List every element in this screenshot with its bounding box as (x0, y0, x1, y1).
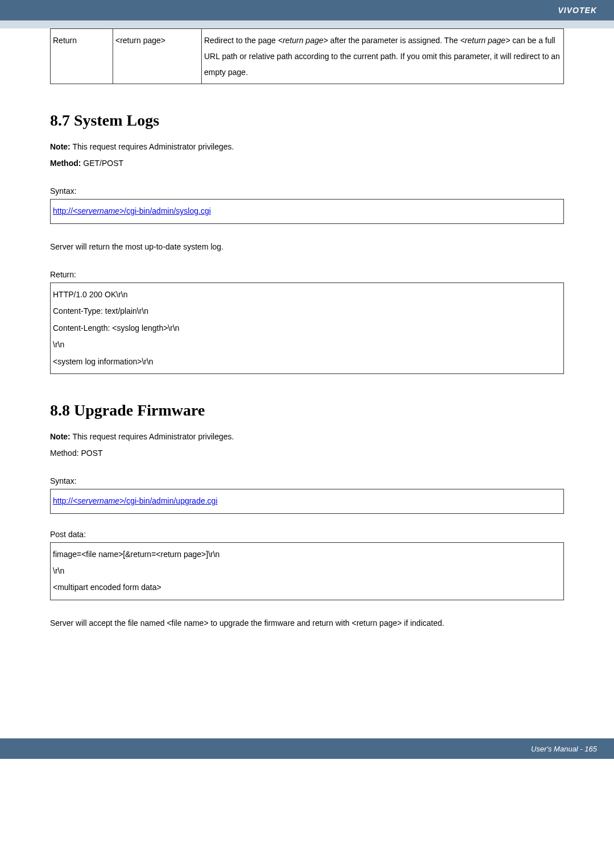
url-servername: <servername> (73, 206, 124, 215)
code-line: Content-Type: text/plain\r\n (53, 303, 561, 319)
syntax-label: Syntax: (50, 186, 564, 196)
text: Redirect to the page (204, 36, 278, 45)
note-text: This request requires Administrator priv… (70, 142, 234, 151)
footer-bar: User's Manual - 165 (0, 738, 614, 759)
code-line: fimage=<file name>[&return=<return page>… (53, 546, 561, 563)
url-part: http:// (53, 496, 73, 505)
url-servername: <servername> (73, 496, 124, 505)
syntax-url[interactable]: http://<servername>/cgi-bin/admin/upgrad… (53, 496, 218, 505)
page-content: Return <return page> Redirect to the pag… (0, 28, 614, 630)
desc-text: Server will accept the file named <file … (50, 616, 564, 630)
method-label: Method: (50, 159, 81, 168)
text: after the parameter is assigned. The (328, 36, 460, 45)
method-line: Method: GET/POST (50, 156, 564, 171)
method-text: GET/POST (81, 159, 123, 168)
syntax-label: Syntax: (50, 476, 564, 485)
postdata-label: Post data: (50, 530, 564, 539)
note-line: Note: This request requires Administrato… (50, 430, 564, 444)
return-label: Return: (50, 270, 564, 279)
header-accent-stripe (0, 20, 614, 28)
cell-param-desc: Redirect to the page <return page> after… (202, 29, 564, 84)
return-block: HTTP/1.0 200 OK\r\n Content-Type: text/p… (50, 283, 564, 374)
code-line: Content-Length: <syslog length>\r\n (53, 320, 561, 337)
text-italic: <return page> (278, 36, 328, 45)
postdata-block: fimage=<file name>[&return=<return page>… (50, 542, 564, 600)
code-line: <system log information>\r\n (53, 354, 561, 370)
note-label: Note: (50, 432, 70, 441)
code-line: \r\n (53, 337, 561, 353)
page-number: User's Manual - 165 (531, 745, 597, 753)
code-line: <multipart encoded form data> (53, 579, 561, 596)
text-italic: <return page> (460, 36, 510, 45)
note-text: This request requires Administrator priv… (70, 432, 234, 441)
note-label: Note: (50, 142, 70, 151)
url-part: http:// (53, 206, 73, 215)
section-heading: 8.8 Upgrade Firmware (50, 401, 564, 420)
url-part: /cgi-bin/admin/upgrade.cgi (124, 496, 217, 505)
header-bar: VIVOTEK (0, 0, 614, 20)
syntax-url[interactable]: http://<servername>/cgi-bin/admin/syslog… (53, 206, 211, 215)
method-line: Method: POST (50, 446, 564, 460)
brand-label: VIVOTEK (558, 6, 597, 15)
syntax-block: http://<servername>/cgi-bin/admin/upgrad… (50, 489, 564, 513)
table-row: Return <return page> Redirect to the pag… (51, 29, 564, 84)
parameter-table: Return <return page> Redirect to the pag… (50, 28, 564, 84)
code-line: HTTP/1.0 200 OK\r\n (53, 286, 561, 303)
cell-param-value: <return page> (113, 29, 202, 84)
syntax-block: http://<servername>/cgi-bin/admin/syslog… (50, 199, 564, 223)
code-line: \r\n (53, 563, 561, 579)
desc-text: Server will return the most up-to-date s… (50, 240, 564, 254)
section-heading: 8.7 System Logs (50, 111, 564, 130)
url-part: /cgi-bin/admin/syslog.cgi (124, 206, 211, 215)
note-line: Note: This request requires Administrato… (50, 140, 564, 154)
cell-param-name: Return (51, 29, 113, 84)
